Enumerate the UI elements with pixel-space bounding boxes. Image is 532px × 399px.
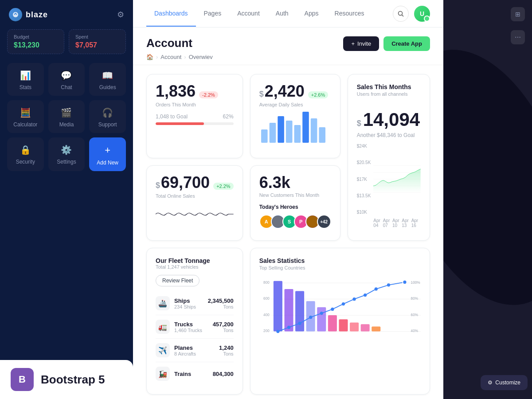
page-header-right: + Invite Create App	[343, 36, 430, 51]
budget-card: Budget $13,230	[7, 29, 64, 54]
calculator-label: Calculator	[13, 121, 37, 128]
search-button[interactable]	[393, 6, 409, 22]
support-label: Support	[98, 121, 117, 128]
sidebar-item-media[interactable]: 🎬 Media	[48, 100, 85, 133]
svg-text:80%: 80%	[411, 297, 418, 301]
sidebar-item-support[interactable]: 🎧 Support	[89, 100, 126, 133]
svg-rect-9	[310, 118, 317, 143]
fleet-row-ships: 🚢 Ships 234 Ships 2,345,500 Tons	[156, 292, 234, 315]
add-new-label: Add New	[97, 160, 118, 166]
svg-rect-6	[286, 121, 293, 143]
bootstrap-icon: B	[11, 368, 34, 391]
customize-icon: ⚙	[488, 379, 493, 386]
media-label: Media	[59, 121, 74, 128]
sidebar-item-stats[interactable]: 📊 Stats	[7, 63, 44, 96]
svg-rect-26	[295, 291, 304, 331]
breadcrumb-home[interactable]: 🏠	[146, 54, 153, 60]
svg-rect-5	[278, 116, 284, 143]
sidebar-item-guides[interactable]: 📖 Guides	[89, 63, 126, 96]
panel-icon-2[interactable]: ⋯	[511, 30, 525, 44]
svg-rect-30	[339, 319, 348, 331]
bootstrap-branding: B Bootstrap 5	[0, 360, 133, 399]
customers-number: 6.3k	[259, 175, 331, 191]
breadcrumb-sep1: ›	[156, 54, 158, 60]
tab-resources[interactable]: Resources	[327, 1, 372, 27]
right-panel-icons: ⊞ ⋯	[504, 0, 532, 51]
online-sales-card: $ 69,700 +2.2% Total Online Sales	[146, 165, 243, 241]
sidebar-item-settings[interactable]: ⚙️ Settings	[48, 137, 85, 171]
search-icon	[397, 10, 404, 17]
sales-stats-svg: 800 600 400 200	[259, 276, 421, 347]
user-avatar[interactable]: U	[414, 6, 430, 22]
bootstrap-text: Bootstrap 5	[41, 373, 105, 387]
settings-icon: ⚙️	[61, 145, 72, 155]
invite-button[interactable]: + Invite	[343, 36, 379, 51]
svg-rect-8	[302, 112, 309, 143]
svg-point-34	[276, 330, 279, 333]
invite-plus-icon: +	[351, 40, 355, 47]
logo-area: blaze	[9, 8, 48, 21]
tab-dashboards[interactable]: Dashboards	[146, 1, 196, 27]
svg-rect-3	[261, 129, 268, 143]
sidebar-header: blaze ⚙	[0, 0, 133, 29]
fleet-row-trucks: 🚛 Trucks 1,460 Trucks 457,200 Tons	[156, 315, 234, 339]
sidebar-item-calculator[interactable]: 🧮 Calculator	[7, 100, 44, 133]
panel-icon-1[interactable]: ⊞	[511, 7, 525, 21]
svg-point-35	[287, 326, 290, 329]
orders-progress: 1,048 to Goal 62%	[156, 113, 234, 125]
daily-dollar: $	[259, 90, 264, 99]
tab-pages[interactable]: Pages	[196, 1, 230, 27]
customize-button[interactable]: ⚙ Customize	[481, 375, 528, 390]
page-header-left: Account 🏠 › Account › Overwiev	[146, 36, 213, 60]
tab-account[interactable]: Account	[229, 1, 268, 27]
svg-text:100%: 100%	[411, 281, 420, 285]
right-panel-inner: ⊞ ⋯ ⚙ Customize	[443, 0, 532, 399]
svg-text:400: 400	[263, 313, 270, 317]
guides-icon: 📖	[102, 70, 113, 81]
dashboard-grid: 1,836 -2.2% Orders This Month 1,048 to G…	[133, 65, 443, 399]
dark-blob	[443, 27, 532, 328]
sidebar-item-chat[interactable]: 💬 Chat	[48, 63, 85, 96]
svg-text:200: 200	[263, 329, 270, 333]
svg-point-38	[320, 312, 323, 315]
svg-rect-24	[274, 281, 282, 332]
sidebar-item-add-new[interactable]: + Add New	[89, 137, 126, 171]
trains-icon: 🚂	[156, 367, 170, 381]
spent-card: Spent $7,057	[69, 29, 126, 54]
fleet-title: Our Fleet Tonnage	[156, 257, 234, 264]
trains-name: Trains	[174, 371, 213, 377]
page-header: Account 🏠 › Account › Overwiev + Invite …	[133, 27, 443, 65]
ships-icon: 🚢	[156, 296, 170, 310]
svg-point-44	[387, 283, 390, 286]
menu-icon[interactable]: ⚙	[117, 10, 124, 20]
customers-card: 6.3k New Customers This Month Today's He…	[250, 165, 340, 241]
create-app-button[interactable]: Create App	[383, 36, 430, 51]
tab-apps[interactable]: Apps	[297, 1, 327, 27]
fleet-subtitle: Total 1,247 vehicles	[156, 264, 234, 270]
sidebar-item-security[interactable]: 🔒 Security	[7, 137, 44, 171]
main-content: Dashboards Pages Account Auth Apps Resou…	[133, 0, 443, 399]
logo-text: blaze	[26, 10, 48, 20]
breadcrumb-account: Account	[160, 54, 181, 60]
svg-rect-25	[284, 289, 293, 332]
page-title: Account	[146, 36, 213, 50]
review-fleet-button[interactable]: Review Fleet	[156, 275, 200, 286]
svg-text:600: 600	[263, 297, 270, 301]
sales-dollar: $	[357, 119, 361, 128]
fleet-card: Our Fleet Tonnage Total 1,247 vehicles R…	[146, 248, 243, 395]
planes-icon: ✈️	[156, 343, 170, 357]
sales-stats-title: Sales Statistics	[259, 257, 421, 264]
tab-auth[interactable]: Auth	[268, 1, 297, 27]
daily-sales-badge: +2.6%	[308, 91, 329, 98]
online-sales-label: Total Online Sales	[156, 193, 234, 199]
svg-point-43	[374, 287, 377, 290]
budget-value: $13,230	[14, 41, 58, 49]
svg-text:60%: 60%	[411, 313, 418, 317]
svg-text:800: 800	[263, 281, 270, 285]
calculator-icon: 🧮	[20, 107, 31, 118]
media-icon: 🎬	[61, 107, 72, 118]
orders-number: 1,836	[156, 83, 196, 99]
chart-area: Apr 04 Apr 07 Apr 10 Apr 13 Apr 16	[373, 144, 421, 228]
svg-rect-32	[360, 324, 369, 331]
svg-point-40	[341, 302, 344, 305]
